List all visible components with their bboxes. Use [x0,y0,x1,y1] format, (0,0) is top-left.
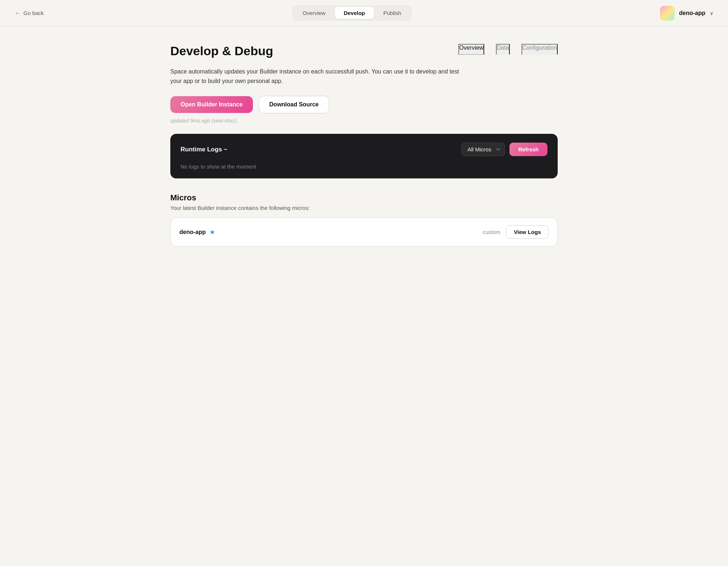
logs-controls: All Micros Refresh [461,143,547,156]
header-right: deno-app ∨ [660,6,713,20]
sub-nav-tabs: Overview Data Configuration [458,44,558,55]
main-nav: Overview Develop Publish [292,5,412,21]
micros-section-title: Micros [170,193,558,203]
micro-name: deno-app [179,229,206,235]
micros-select[interactable]: All Micros [461,143,505,156]
page-header-row: Develop & Debug Overview Data Configurat… [170,44,558,58]
runtime-logs-panel: Runtime Logs ~ All Micros Refresh No log… [170,134,558,178]
logs-empty-message: No logs to show at the moment [181,163,547,170]
header: ← Go back Overview Develop Publish deno-… [0,0,728,26]
updated-text: updated 9mo ago (seal-nbxc) [170,118,558,124]
chevron-down-icon[interactable]: ∨ [710,10,713,16]
micro-type: custom [483,229,500,235]
open-builder-button[interactable]: Open Builder Instance [170,96,253,113]
action-buttons: Open Builder Instance Download Source [170,96,558,113]
download-source-button[interactable]: Download Source [259,96,329,113]
app-name-label: deno-app [679,10,705,16]
sub-tab-configuration[interactable]: Configuration [522,44,558,55]
sub-tab-data[interactable]: Data [496,44,510,55]
sub-tab-overview[interactable]: Overview [458,44,484,55]
tab-publish[interactable]: Publish [375,7,410,19]
app-avatar [660,6,675,20]
tab-develop[interactable]: Develop [335,7,374,19]
logs-header: Runtime Logs ~ All Micros Refresh [181,143,547,156]
logs-title: Runtime Logs ~ [181,146,227,153]
main-content: Develop & Debug Overview Data Configurat… [156,26,572,279]
micro-card: deno-app ★ custom View Logs [170,218,558,246]
page-description: Space automatically updates your Builder… [170,67,470,86]
go-back-link[interactable]: ← Go back [15,10,44,16]
micro-right: custom View Logs [483,225,549,239]
micro-left: deno-app ★ [179,228,215,236]
back-arrow-icon: ← [15,10,20,16]
refresh-button[interactable]: Refresh [509,143,547,156]
micro-star-icon: ★ [209,228,215,236]
tab-overview[interactable]: Overview [294,7,334,19]
micros-section: Micros Your latest Builder instance cont… [170,193,558,246]
micros-section-description: Your latest Builder instance contains th… [170,205,558,211]
page-title: Develop & Debug [170,44,273,58]
go-back-label: Go back [23,10,44,16]
view-logs-button[interactable]: View Logs [506,225,549,239]
